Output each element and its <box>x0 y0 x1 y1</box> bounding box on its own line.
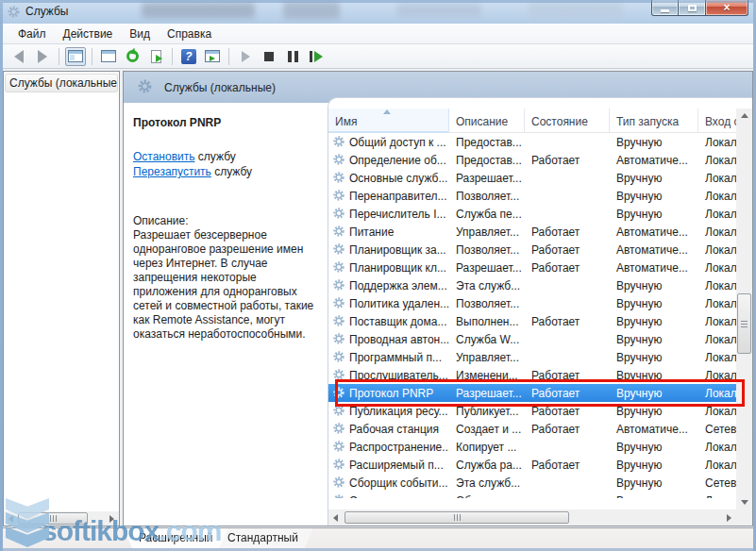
service-row[interactable]: ПитаниеУправляет...РаботаетАвтоматиче...… <box>328 223 736 241</box>
service-row[interactable]: Планировщик кл...Разрешает...РаботаетАвт… <box>328 259 736 276</box>
column-header-description[interactable]: Описание <box>449 109 525 133</box>
forward-icon[interactable] <box>32 47 53 66</box>
show-action-pane-icon[interactable] <box>202 47 223 66</box>
pane-title: Службы (локальные) <box>164 81 276 94</box>
service-row[interactable]: Планировщик за...Позволяет...РаботаетАвт… <box>328 241 736 259</box>
cell-description: Эта служб... <box>449 276 525 294</box>
service-row[interactable]: Прослушиватель...Изменени...РаботаетВруч… <box>328 366 736 384</box>
cell-description: Разрешает... <box>449 169 525 187</box>
title-bar[interactable]: Службы × <box>0 0 756 24</box>
cell-description: Разрешает... <box>449 384 525 402</box>
column-header-startup-type[interactable]: Тип запуска <box>610 109 698 133</box>
pause-service-icon[interactable] <box>282 47 303 66</box>
services-gear-icon <box>137 78 153 97</box>
service-row[interactable]: Публикация ресу...Публикует...РаботаетВр… <box>328 402 736 420</box>
service-row[interactable]: Расширяемый п...Служба ра...РаботаетВруч… <box>328 456 736 474</box>
scrollbar-thumb[interactable] <box>344 511 569 524</box>
cell-startup-type: Автоматиче... <box>610 223 698 241</box>
scroll-up-icon[interactable] <box>737 109 751 123</box>
horizontal-scrollbar[interactable] <box>328 509 736 526</box>
cell-logon: Локал <box>698 205 736 223</box>
refresh-icon[interactable] <box>122 47 143 66</box>
menu-view[interactable]: Вид <box>122 25 158 42</box>
service-row[interactable]: Перенаправител...Позволяет...ВручнуюЛока… <box>328 187 736 205</box>
cell-name: Публикация ресу... <box>328 402 449 420</box>
properties-icon[interactable] <box>98 47 119 66</box>
menu-action[interactable]: Действие <box>56 25 121 42</box>
scroll-right-icon[interactable] <box>722 510 736 525</box>
vertical-scrollbar[interactable] <box>736 109 752 509</box>
glass-blur-decoration <box>396 4 481 17</box>
stop-service-icon[interactable] <box>259 47 279 66</box>
service-row[interactable]: Поддержка элем...Эта служб...ВручнуюЛока… <box>328 276 736 294</box>
restart-service-icon[interactable] <box>306 47 327 66</box>
scroll-left-icon[interactable] <box>328 510 343 525</box>
service-row[interactable]: Сведения о при...Облегчае...ВручнуюЛокал <box>328 492 736 498</box>
toolbar-separator <box>92 48 92 65</box>
back-icon[interactable] <box>8 47 29 66</box>
stop-service-link[interactable]: Остановить <box>133 150 195 163</box>
service-row[interactable]: Поставщик дома...Выполнен...РаботаетВруч… <box>328 312 736 330</box>
cell-name: Политика удален... <box>328 294 449 312</box>
service-row[interactable]: Распространение...Копирует ...ВручнуюЛок… <box>328 438 736 456</box>
cell-name: Перенаправител... <box>328 187 449 205</box>
cell-startup-type: Автоматиче... <box>610 420 698 438</box>
export-list-icon[interactable] <box>145 47 166 66</box>
cell-status: Работает <box>525 312 610 330</box>
column-header-status[interactable]: Состояние <box>525 109 610 133</box>
cell-logon: Локал <box>698 276 736 294</box>
cell-name: Планировщик кл... <box>328 259 449 276</box>
show-console-tree-icon[interactable] <box>65 47 86 66</box>
restart-service-link[interactable]: Перезапустить <box>133 165 211 178</box>
tab-standard[interactable]: Стандартный <box>212 528 313 548</box>
maximize-button[interactable] <box>679 0 705 16</box>
toolbar: ? <box>3 44 753 69</box>
cell-name: Поддержка элем... <box>328 276 449 294</box>
cell-description: Выполнен... <box>449 312 525 330</box>
service-row-selected[interactable]: Протокол PNRPРазрешает...РаботаетВручную… <box>328 384 736 402</box>
cell-name: Программный п... <box>328 348 449 366</box>
column-header-name[interactable]: Имя <box>328 109 449 133</box>
cell-status <box>525 294 610 312</box>
cell-logon: Локал <box>698 402 736 420</box>
cell-description: Эта служб... <box>449 474 525 492</box>
service-row[interactable]: Рабочая станцияСоздает и ...РаботаетАвто… <box>328 420 736 438</box>
cell-status <box>525 133 610 151</box>
cell-logon: Локал <box>698 456 736 474</box>
service-row[interactable]: Перечислитель I...Служба пе...ВручнуюЛок… <box>328 205 736 223</box>
start-service-icon[interactable] <box>235 47 256 66</box>
cell-status <box>525 474 610 492</box>
scrollbar-thumb[interactable] <box>737 293 751 354</box>
service-row[interactable]: Общий доступ к ...Предостав...ВручнуюЛок… <box>328 133 736 151</box>
cell-status: Работает <box>525 259 610 276</box>
tree-item-services-local[interactable]: Службы (локальные) <box>5 74 118 92</box>
cell-name: Сведения о при... <box>328 492 449 498</box>
service-row[interactable]: Основные служб...Разрешает...ВручнуюЛока… <box>328 169 736 187</box>
help-icon[interactable]: ? <box>178 47 199 66</box>
service-gear-icon <box>137 78 153 94</box>
menu-help[interactable]: Справка <box>160 25 219 42</box>
service-row[interactable]: Проводная автон...Служба W...ВручнуюЛока… <box>328 330 736 348</box>
glass-blur-decoration <box>529 3 623 17</box>
cell-status: Работает <box>525 241 610 259</box>
cell-logon: Локал <box>698 438 736 456</box>
console-tree-pane: Службы (локальные) <box>3 71 120 526</box>
services-list: Имя Описание Состояние Тип запуска Вход … <box>328 97 752 526</box>
cell-startup-type: Вручную <box>610 366 698 384</box>
close-button[interactable]: × <box>705 0 748 16</box>
cell-logon: Сетева <box>698 474 736 492</box>
service-row[interactable]: Программный п...Управляет...ВручнуюЛокал <box>328 348 736 366</box>
cell-startup-type: Вручную <box>610 169 698 187</box>
cell-description: Создает и ... <box>449 420 525 438</box>
restart-link-suffix: службу <box>211 165 252 178</box>
cell-name: Планировщик за... <box>328 241 449 259</box>
cell-status: Работает <box>525 384 610 402</box>
service-row[interactable]: Определение об...Предостав...РаботаетАвт… <box>328 151 736 169</box>
minimize-button[interactable] <box>651 0 679 16</box>
service-row[interactable]: Политика удален...Позволяет...ВручнуюЛок… <box>328 294 736 312</box>
menu-file[interactable]: Файл <box>10 25 54 42</box>
services-window: Службы × Файл Действие Вид Справка ? <box>0 0 756 551</box>
cell-name: Поставщик дома... <box>328 312 449 330</box>
service-row[interactable]: Сборщик событи...Эта служб...ВручнуюСете… <box>328 474 736 492</box>
scroll-down-icon[interactable] <box>737 495 751 509</box>
